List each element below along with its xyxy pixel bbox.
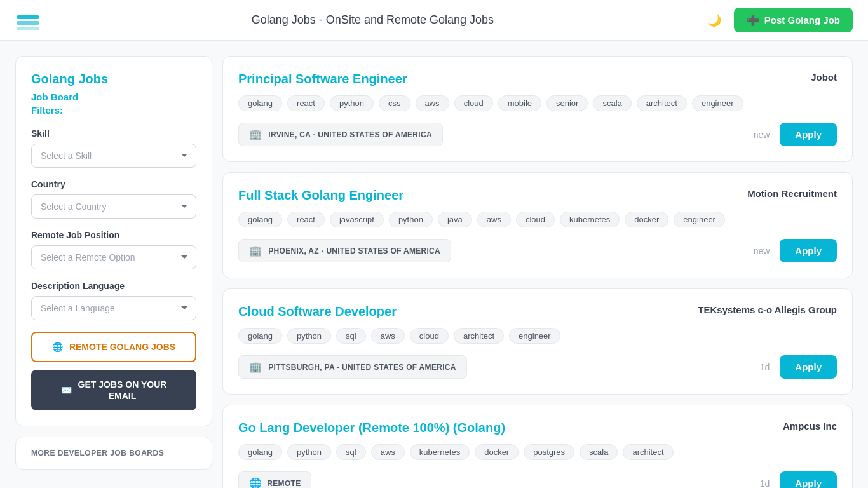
job-company: TEKsystems c-o Allegis Group: [698, 304, 837, 315]
job-tag: cloud: [410, 328, 449, 344]
dark-mode-button[interactable]: 🌙: [705, 11, 724, 30]
email-icon: ✉️: [61, 384, 72, 396]
language-filter: Description Language Select a Language: [31, 281, 196, 320]
job-age: 1d: [760, 362, 770, 372]
apply-button[interactable]: Apply: [780, 239, 837, 262]
job-tags: golangreactpythoncssawscloudmobilesenior…: [238, 95, 837, 111]
job-tag: aws: [371, 444, 405, 460]
building-icon: 🏢: [249, 245, 262, 257]
job-location: 🏢 PITTSBURGH, PA - UNITED STATES OF AMER…: [238, 355, 467, 379]
job-tag: aws: [477, 212, 511, 227]
job-age: new: [754, 130, 770, 140]
job-tag: architect: [637, 95, 687, 111]
skill-filter: Skill Select a Skill: [31, 128, 196, 168]
job-tag: python: [389, 212, 433, 227]
svg-rect-1: [17, 21, 39, 25]
job-tag: engineer: [692, 95, 743, 111]
post-job-button[interactable]: ➕ Post Golang Job: [734, 8, 853, 32]
job-title[interactable]: Cloud Software Developer: [238, 304, 397, 319]
job-tag: python: [287, 328, 331, 344]
country-label: Country: [31, 179, 196, 189]
job-tag: kubernetes: [410, 444, 470, 460]
remote-badge: 🌐 REMOTE: [238, 471, 311, 488]
location-text: IRVINE, CA - UNITED STATES OF AMERICA: [268, 130, 432, 139]
remote-jobs-button[interactable]: 🌐 REMOTE GOLANG JOBS: [31, 332, 196, 362]
job-card-footer: 🏢 IRVINE, CA - UNITED STATES OF AMERICA …: [238, 123, 837, 146]
sidebar-title: Golang Jobs: [31, 72, 196, 86]
job-location: 🏢 PHOENIX, AZ - UNITED STATES OF AMERICA: [238, 239, 451, 262]
job-footer-right: 1d Apply: [760, 355, 837, 379]
job-tag: mobile: [498, 95, 541, 111]
sidebar-card: Golang Jobs Job Board Filters: Skill Sel…: [15, 56, 212, 426]
remote-globe-icon: 🌐: [52, 342, 63, 352]
skill-label: Skill: [31, 128, 196, 139]
job-tag: css: [379, 95, 410, 111]
job-company: Ampcus Inc: [783, 421, 837, 431]
job-card-header: Cloud Software Developer TEKsystems c-o …: [238, 304, 837, 319]
job-tag: scala: [593, 95, 631, 111]
job-tag: docker: [475, 444, 519, 460]
job-location: 🏢 IRVINE, CA - UNITED STATES OF AMERICA: [238, 123, 443, 146]
job-card-header: Go Lang Developer (Remote 100%) (Golang)…: [238, 421, 837, 435]
remote-select[interactable]: Select a Remote Option: [31, 245, 196, 269]
job-card-footer: 🏢 PITTSBURGH, PA - UNITED STATES OF AMER…: [238, 355, 837, 379]
header-actions: 🌙 ➕ Post Golang Job: [705, 8, 853, 32]
language-select[interactable]: Select a Language: [31, 296, 196, 320]
job-title[interactable]: Go Lang Developer (Remote 100%) (Golang): [238, 421, 505, 435]
logo-icon: [15, 8, 41, 33]
job-card: Go Lang Developer (Remote 100%) (Golang)…: [222, 405, 853, 488]
more-boards-title: MORE DEVELOPER JOB BOARDS: [31, 449, 196, 458]
job-tag: golang: [238, 328, 282, 344]
job-card: Principal Software Engineer Jobot golang…: [222, 56, 853, 162]
apply-button[interactable]: Apply: [780, 471, 837, 488]
building-icon: 🏢: [249, 361, 262, 373]
globe-icon: 🌐: [249, 477, 262, 488]
email-jobs-button[interactable]: ✉️ GET JOBS ON YOUR EMAIL: [31, 370, 196, 410]
remote-filter: Remote Job Position Select a Remote Opti…: [31, 230, 196, 269]
country-select[interactable]: Select a Country: [31, 194, 196, 219]
job-card: Cloud Software Developer TEKsystems c-o …: [222, 288, 853, 395]
job-footer-right: new Apply: [754, 123, 837, 146]
job-tag: aws: [371, 328, 405, 344]
page-title: Golang Jobs - OnSite and Remote Golang J…: [252, 13, 494, 27]
svg-rect-2: [17, 27, 39, 30]
job-tag: react: [287, 95, 325, 111]
remote-label: Remote Job Position: [31, 230, 196, 240]
job-tag: sql: [336, 444, 366, 460]
job-tag: architect: [623, 444, 673, 460]
job-title[interactable]: Full Stack Golang Engineer: [238, 188, 403, 203]
email-jobs-label: GET JOBS ON YOUR EMAIL: [78, 379, 167, 402]
job-tag: golang: [238, 212, 282, 227]
job-card: Full Stack Golang Engineer Motion Recrui…: [222, 172, 853, 278]
svg-rect-0: [17, 15, 39, 19]
job-tag: python: [330, 95, 374, 111]
job-age: new: [754, 246, 770, 256]
job-tags: golangpythonsqlawscloudarchitectengineer: [238, 328, 837, 344]
apply-button[interactable]: Apply: [780, 123, 837, 146]
job-tag: react: [287, 212, 325, 227]
job-tag: docker: [625, 212, 668, 227]
apply-button[interactable]: Apply: [780, 355, 837, 379]
location-text: PHOENIX, AZ - UNITED STATES OF AMERICA: [268, 247, 440, 255]
job-title[interactable]: Principal Software Engineer: [238, 72, 407, 86]
logo: [15, 8, 41, 33]
job-tag: sql: [336, 328, 366, 344]
job-tag: engineer: [509, 328, 560, 344]
job-tag: scala: [580, 444, 618, 460]
job-tag: engineer: [674, 212, 725, 227]
job-tag: kubernetes: [560, 212, 620, 227]
post-job-icon: ➕: [747, 14, 759, 26]
job-card-footer: 🌐 REMOTE 1d Apply: [238, 471, 837, 488]
remote-label: REMOTE: [267, 479, 301, 488]
job-listings: Principal Software Engineer Jobot golang…: [222, 56, 853, 488]
skill-select[interactable]: Select a Skill: [31, 144, 196, 168]
job-tags: golangpythonsqlawskubernetesdockerpostgr…: [238, 444, 837, 460]
job-tag: golang: [238, 444, 282, 460]
job-age: 1d: [760, 478, 770, 489]
job-company: Jobot: [811, 72, 837, 83]
job-tag: senior: [546, 95, 588, 111]
job-tag: cloud: [454, 95, 493, 111]
job-tag: aws: [416, 95, 449, 111]
post-job-label: Post Golang Job: [764, 15, 840, 25]
job-card-header: Full Stack Golang Engineer Motion Recrui…: [238, 188, 837, 203]
